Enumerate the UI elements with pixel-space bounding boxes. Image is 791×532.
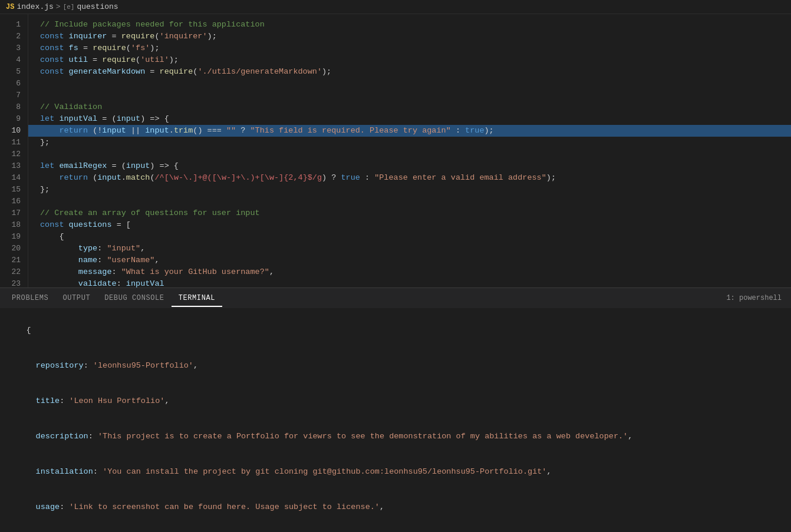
code-line-5: const generateMarkdown = require('./util… <box>28 66 791 78</box>
code-line-7 <box>28 90 791 101</box>
code-line-19: { <box>28 231 791 243</box>
line-number: 9 <box>0 113 28 125</box>
line-number: 8 <box>0 101 28 113</box>
code-line-11: }; <box>28 137 791 148</box>
code-line-2: const inquirer = require('inquirer'); <box>28 31 791 42</box>
tab-debug-console[interactable]: DEBUG CONSOLE <box>97 290 171 306</box>
code-container: 1 2 3 4 5 6 7 8 9 10 11 12 13 14 15 16 1… <box>0 14 791 288</box>
line-number: 1 <box>0 19 28 31</box>
line-number: 7 <box>0 90 28 101</box>
tab-problems[interactable]: PROBLEMS <box>5 290 55 306</box>
panel-right-label: 1: powershell <box>721 294 786 302</box>
line-number: 4 <box>0 54 28 66</box>
breadcrumb-section: questions <box>77 2 118 11</box>
breadcrumb-bracket: [e] <box>63 4 75 11</box>
code-editor: 1 2 3 4 5 6 7 8 9 10 11 12 13 14 15 16 1… <box>0 14 791 288</box>
code-line-8: // Validation <box>28 101 791 113</box>
line-number: 3 <box>0 42 28 54</box>
code-line-17: // Create an array of questions for user… <box>28 207 791 219</box>
line-number: 22 <box>0 266 28 278</box>
code-line-3: const fs = require('fs'); <box>28 42 791 54</box>
line-number: 23 <box>0 278 28 288</box>
line-number: 12 <box>0 148 28 160</box>
terminal-line: description: 'This project is to create … <box>7 419 784 454</box>
terminal-line: title: 'Leon Hsu Portfolio', <box>7 384 784 419</box>
code-line-4: const util = require('util'); <box>28 54 791 66</box>
line-number: 15 <box>0 184 28 196</box>
code-line-16 <box>28 196 791 207</box>
line-number: 2 <box>0 31 28 42</box>
terminal-line: license: 'MIT', <box>7 525 784 532</box>
line-number: 17 <box>0 207 28 219</box>
code-line-21: name: "userName", <box>28 255 791 266</box>
code-line-12 <box>28 148 791 160</box>
line-number: 18 <box>0 219 28 231</box>
line-number: 19 <box>0 231 28 243</box>
line-number: 6 <box>0 78 28 90</box>
tab-terminal[interactable]: TERMINAL <box>172 290 222 307</box>
tab-output[interactable]: OUTPUT <box>55 290 97 306</box>
line-number: 20 <box>0 243 28 255</box>
terminal-line: usage: 'Link to screenshot can be found … <box>7 490 784 525</box>
panel-tabs: PROBLEMS OUTPUT DEBUG CONSOLE TERMINAL 1… <box>0 288 791 308</box>
code-line-6 <box>28 78 791 90</box>
line-number: 5 <box>0 66 28 78</box>
line-numbers: 1 2 3 4 5 6 7 8 9 10 11 12 13 14 15 16 1… <box>0 14 28 288</box>
line-number-active: 10 <box>0 125 28 137</box>
code-line-10: return (!input || input.trim() === "" ? … <box>28 125 791 137</box>
terminal-line: installation: 'You can install the proje… <box>7 454 784 490</box>
line-number: 11 <box>0 137 28 148</box>
code-line-13: let emailRegex = (input) => { <box>28 160 791 172</box>
breadcrumb-separator: > <box>56 2 61 11</box>
line-number: 13 <box>0 160 28 172</box>
breadcrumb: JS index.js > [e] questions <box>0 0 791 14</box>
terminal-line: repository: 'leonhsu95-Portfolio', <box>7 348 784 384</box>
code-line-18: const questions = [ <box>28 219 791 231</box>
code-line-14: return (input.match(/^[\w-\.]+@([\w-]+\.… <box>28 172 791 184</box>
code-line-9: let inputVal = (input) => { <box>28 113 791 125</box>
comment: // Include packages needed for this appl… <box>40 19 265 31</box>
code-line-22: message: "What is your GitHub username?"… <box>28 266 791 278</box>
terminal-line: { <box>7 313 784 348</box>
breadcrumb-filename: index.js <box>17 2 53 11</box>
keyword: const <box>40 31 69 42</box>
file-type-label: JS <box>6 3 14 11</box>
code-line-1: // Include packages needed for this appl… <box>28 19 791 31</box>
line-number: 14 <box>0 172 28 184</box>
line-number: 21 <box>0 255 28 266</box>
code-line-23: validate: inputVal <box>28 278 791 288</box>
code-lines[interactable]: // Include packages needed for this appl… <box>28 14 791 288</box>
code-line-15: }; <box>28 184 791 196</box>
terminal[interactable]: { repository: 'leonhsu95-Portfolio', tit… <box>0 308 791 532</box>
line-number: 16 <box>0 196 28 207</box>
code-line-20: type: "input", <box>28 243 791 255</box>
